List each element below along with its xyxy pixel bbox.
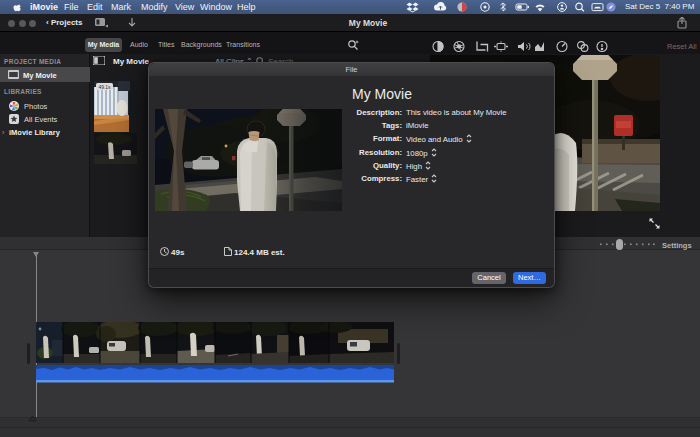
svg-text:49.1s: 49.1s <box>98 84 111 90</box>
